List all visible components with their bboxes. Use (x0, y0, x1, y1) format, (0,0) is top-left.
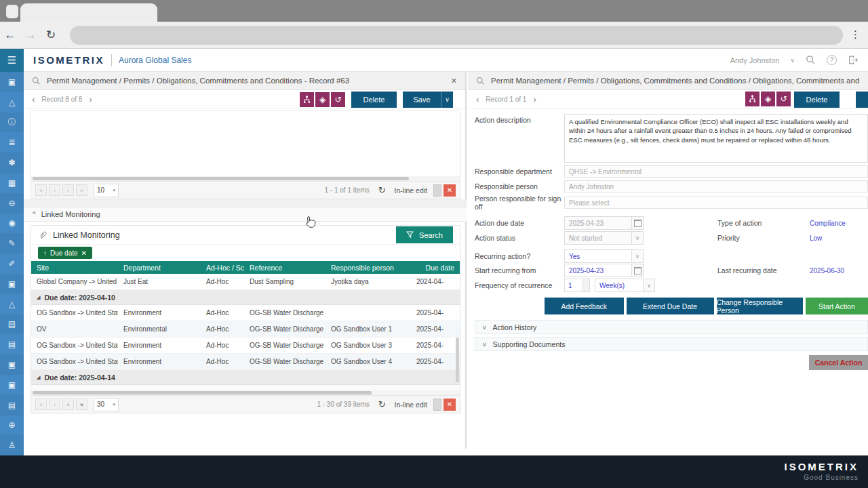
column-header-person[interactable]: Responsible person (326, 264, 411, 272)
search-button[interactable]: Search (396, 226, 453, 243)
action-history-section[interactable]: ∨ Action History (475, 320, 868, 334)
sidebar-module-icon[interactable]: ✽ (0, 152, 24, 173)
user-menu[interactable]: Andy Johnston (730, 56, 780, 64)
column-header-site[interactable]: Site (31, 264, 118, 272)
type-of-action-value[interactable]: Compliance (810, 220, 868, 227)
sidebar-module-icon[interactable]: ▤ (0, 395, 24, 415)
first-page-button[interactable]: « (35, 184, 47, 196)
frequency-unit-select[interactable]: Week(s) (595, 279, 644, 292)
back-icon[interactable]: ← (0, 28, 20, 42)
page-size-select[interactable]: 30▾ (94, 398, 119, 411)
next-record-icon[interactable]: › (89, 94, 92, 104)
sidebar-module-icon[interactable]: ✎ (0, 233, 24, 253)
hamburger-menu-icon[interactable]: ☰ (0, 49, 24, 72)
due-date-sort-chip[interactable]: ↑ Due date ✕ (38, 247, 92, 259)
group-expand-icon[interactable]: ◢ (37, 375, 40, 380)
horizontal-scrollbar[interactable] (31, 390, 460, 395)
sidebar-module-icon[interactable]: ≣ (0, 132, 24, 152)
group-expand-icon[interactable]: ◢ (37, 295, 40, 300)
sidebar-module-icon[interactable]: ▦ (0, 173, 24, 193)
vertical-scrollbar-thumb[interactable] (456, 338, 459, 382)
calendar-icon[interactable] (632, 216, 644, 230)
table-row[interactable]: OG Sandbox -> United State... Environmen… (31, 354, 460, 370)
frequency-value[interactable]: 1 (564, 279, 583, 292)
sidebar-module-icon[interactable]: ♙ (0, 435, 24, 455)
chevron-down-icon[interactable]: ∨ (632, 249, 644, 263)
add-feedback-button[interactable]: Add Feedback (545, 298, 624, 314)
linked-monitoring-section-header[interactable]: ^ Linked Monitoring (24, 207, 467, 222)
collapse-icon[interactable]: ^ (33, 211, 36, 218)
table-row[interactable]: OG Sandbox -> United State... Environmen… (31, 338, 460, 354)
frequency-stepper[interactable]: 1 Week(s) ∨ (564, 279, 655, 292)
delete-button[interactable]: Delete (351, 92, 397, 108)
next-record-icon[interactable]: › (533, 94, 536, 104)
next-page-button[interactable]: › (62, 399, 74, 410)
chevron-down-icon[interactable]: ∨ (632, 231, 644, 245)
recurring-action-select[interactable]: Yes ∨ (564, 249, 644, 263)
column-header-department[interactable]: Department (118, 264, 201, 272)
last-page-button[interactable]: » (76, 184, 87, 196)
workflow-icon[interactable] (745, 92, 760, 106)
chevron-down-icon[interactable]: ∨ (482, 324, 487, 331)
inline-edit-close-icon[interactable]: ✕ (443, 184, 456, 197)
search-icon[interactable] (476, 77, 485, 85)
responsible-person-field[interactable]: Andy Johnston (564, 180, 868, 192)
sign-off-select[interactable]: Please select (564, 197, 868, 209)
sidebar-module-icon[interactable]: ▣ (0, 72, 24, 92)
save-button-partial[interactable] (856, 92, 868, 108)
cancel-action-button[interactable]: Cancel Action (809, 355, 868, 370)
calendar-icon[interactable] (632, 264, 644, 277)
delete-button[interactable]: Delete (794, 92, 840, 108)
sidebar-module-icon[interactable]: ⊖ (0, 193, 24, 214)
last-recurring-date-value[interactable]: 2025-06-30 (810, 267, 868, 274)
chevron-down-icon[interactable]: ∨ (482, 341, 487, 348)
sidebar-module-icon[interactable]: ⓘ (0, 113, 24, 133)
extend-due-date-button[interactable]: Extend Due Date (627, 298, 714, 314)
help-icon[interactable]: ? (827, 55, 837, 65)
chip-close-icon[interactable]: ✕ (81, 249, 87, 257)
table-row[interactable]: Global Company -> United Ki... Just Eat … (31, 274, 460, 290)
horizontal-scrollbar[interactable] (31, 176, 460, 181)
sidebar-module-icon[interactable]: △ (0, 294, 24, 314)
next-page-button[interactable]: › (62, 184, 74, 196)
history-icon[interactable]: ↺ (776, 92, 791, 106)
forward-icon[interactable]: → (20, 28, 41, 42)
column-header-due-date[interactable]: Due date (411, 264, 460, 272)
table-row[interactable]: OV Environmental Ad-Hoc OG-SB Water Disc… (31, 321, 460, 338)
sidebar-module-icon[interactable]: ⊕ (0, 415, 24, 436)
group-row[interactable]: ◢ Due date: 2025-04-14 (31, 370, 460, 385)
browser-menu-icon[interactable]: ⋮ (850, 28, 861, 41)
browser-tab[interactable] (20, 3, 157, 22)
search-icon[interactable] (32, 77, 41, 85)
change-responsible-person-button[interactable]: Change Responsible Person (717, 298, 803, 314)
supporting-documents-section[interactable]: ∨ Supporting Documents (475, 337, 868, 351)
logout-icon[interactable] (848, 55, 859, 65)
sidebar-module-icon[interactable]: ▣ (0, 354, 24, 375)
sidebar-module-icon[interactable]: ▤ (0, 334, 24, 354)
save-button[interactable]: Save (403, 92, 441, 108)
start-action-button[interactable]: Start Action (806, 298, 868, 314)
save-dropdown-icon[interactable]: ∨ (441, 92, 453, 108)
table-row[interactable]: OG Sandbox -> United State... Environmen… (31, 305, 460, 321)
search-icon[interactable] (806, 55, 816, 65)
sidebar-module-icon[interactable]: ▣ (0, 375, 24, 395)
address-bar[interactable] (70, 26, 843, 45)
column-header-adhoc[interactable]: Ad-Hoc / Sc... (201, 264, 244, 272)
browser-window-control[interactable] (6, 5, 18, 18)
refresh-icon[interactable]: ↻ (378, 399, 386, 409)
layers-icon[interactable]: ◈ (315, 92, 330, 107)
scrollbar-thumb[interactable] (33, 177, 409, 180)
stepper-buttons[interactable] (583, 279, 590, 292)
group-row[interactable]: ◢ Due date: 2025-04-10 (31, 290, 460, 305)
prev-page-button[interactable]: ‹ (49, 184, 60, 196)
prev-page-button[interactable]: ‹ (49, 399, 60, 410)
start-recurring-picker[interactable]: 2025-04-23 (564, 264, 644, 277)
sidebar-module-icon[interactable]: △ (0, 92, 24, 113)
first-page-button[interactable]: « (35, 399, 47, 410)
prev-record-icon[interactable]: ‹ (476, 94, 479, 104)
sidebar-module-icon[interactable]: ◉ (0, 214, 24, 234)
chevron-down-icon[interactable]: ∨ (644, 279, 655, 292)
last-page-button[interactable]: » (76, 399, 87, 410)
close-icon[interactable]: ✕ (451, 77, 457, 85)
priority-value[interactable]: Low (810, 235, 868, 242)
